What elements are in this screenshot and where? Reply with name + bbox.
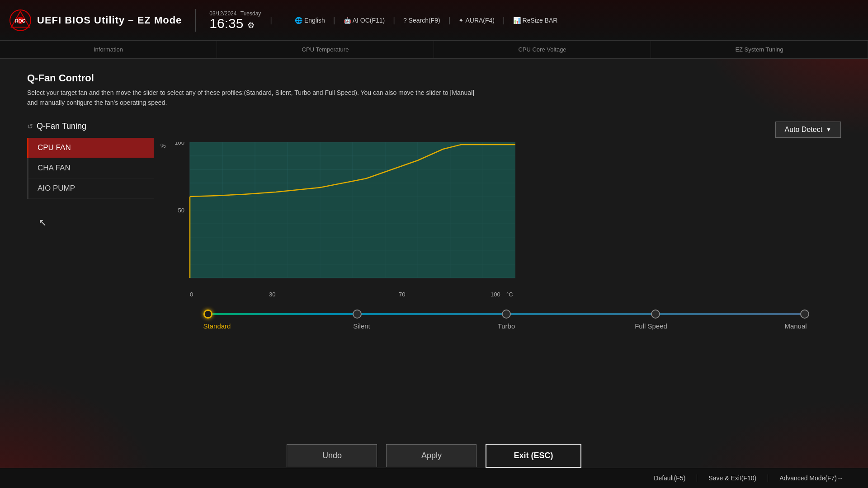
fan-item-cpu[interactable]: CPU FAN (27, 138, 154, 158)
tab-cpu-voltage[interactable]: CPU Core Voltage (434, 41, 651, 58)
app-title: UEFI BIOS Utility – EZ Mode (37, 14, 182, 26)
nav-search[interactable]: ? Search(F9) (399, 15, 445, 26)
nav-resizebar[interactable]: 📊 ReSize BAR (509, 15, 562, 26)
footer-save-exit[interactable]: Save & Exit(F10) (697, 474, 768, 482)
qfan-container: ↺ Q-Fan Tuning CPU FAN CHA FAN AIO PUMP … (27, 122, 841, 330)
header-divider (195, 9, 196, 32)
profile-dot-turbo[interactable] (502, 310, 511, 319)
tab-bar: Information CPU Temperature CPU Core Vol… (0, 41, 868, 59)
main-content: Q-Fan Control Select your target fan and… (0, 59, 868, 447)
settings-icon[interactable]: ⚙ (247, 21, 255, 30)
nav-sep-1: | (270, 15, 272, 25)
chart-x-100: 100 (491, 291, 500, 298)
chart-unit: °C (506, 291, 513, 298)
tab-cpu-temp[interactable]: CPU Temperature (217, 41, 434, 58)
header: ROG UEFI BIOS Utility – EZ Mode 03/12/20… (0, 0, 868, 41)
tab-ez-tuning[interactable]: EZ System Tuning (651, 41, 868, 58)
footer-advanced[interactable]: Advanced Mode(F7)→ (768, 474, 854, 482)
header-time: 16:35 ⚙ (209, 17, 254, 30)
nav-aura[interactable]: ✦ AURA(F4) (454, 15, 499, 26)
profile-label-turbo: Turbo (488, 322, 524, 330)
footer-default[interactable]: Default(F5) (642, 474, 697, 482)
chart-x-30: 30 (269, 291, 275, 298)
rog-logo-icon: ROG (9, 9, 32, 32)
svg-text:50: 50 (178, 207, 184, 214)
apply-button[interactable]: Apply (386, 444, 476, 467)
fan-item-cha[interactable]: CHA FAN (28, 158, 154, 178)
profile-label-fullspeed: Full Speed (633, 322, 669, 330)
undo-button[interactable]: Undo (287, 444, 377, 467)
fan-curve-chart: 100 50 (172, 142, 515, 287)
profile-dot-manual[interactable] (800, 310, 809, 319)
chart-x-70: 70 (399, 291, 405, 298)
profile-slider: Standard Silent Turbo Full Speed Manual (172, 310, 841, 330)
section-desc: Select your target fan and then move the… (27, 88, 479, 108)
chart-x-0: 0 (190, 291, 193, 298)
svg-text:100: 100 (175, 142, 184, 146)
datetime-area: 03/12/2024 Tuesday 16:35 ⚙ (209, 10, 261, 30)
left-panel: ↺ Q-Fan Tuning CPU FAN CHA FAN AIO PUMP (27, 122, 154, 199)
auto-detect-arrow-icon: ▼ (826, 127, 831, 133)
logo-area: ROG UEFI BIOS Utility – EZ Mode (9, 9, 182, 32)
auto-detect-button[interactable]: Auto Detect ▼ (775, 122, 841, 138)
nav-aioc[interactable]: 🤖 AI OC(F11) (339, 15, 390, 26)
profile-dot-standard[interactable] (203, 310, 212, 319)
chart-header: Auto Detect ▼ (172, 122, 841, 138)
auto-detect-label: Auto Detect (785, 126, 823, 134)
profile-label-manual: Manual (778, 322, 814, 330)
nav-english[interactable]: 🌐 English (290, 15, 330, 26)
qfan-tuning-icon: ↺ (27, 122, 33, 131)
profile-label-standard: Standard (199, 322, 235, 330)
header-nav: 🌐 English | 🤖 AI OC(F11) | ? Search(F9) … (290, 15, 562, 26)
exit-button[interactable]: Exit (ESC) (486, 444, 581, 468)
section-title: Q-Fan Control (27, 72, 841, 84)
qfan-tuning-header: ↺ Q-Fan Tuning (27, 122, 154, 131)
chart-y-label: % (160, 142, 166, 149)
svg-text:ROG: ROG (15, 19, 26, 23)
qfan-tuning-title: Q-Fan Tuning (37, 122, 86, 131)
profile-dot-silent[interactable] (353, 310, 362, 319)
profile-label-silent: Silent (344, 322, 380, 330)
bottom-bar: Undo Apply Exit (ESC) (0, 444, 868, 468)
right-panel: Auto Detect ▼ % (172, 122, 841, 330)
fan-item-aio[interactable]: AIO PUMP (28, 178, 154, 199)
footer: Default(F5) Save & Exit(F10) Advanced Mo… (0, 468, 868, 488)
profile-dot-fullspeed[interactable] (651, 310, 660, 319)
tab-information[interactable]: Information (0, 41, 217, 58)
fan-list: CPU FAN CHA FAN AIO PUMP (27, 138, 154, 199)
chart-wrapper: % (172, 142, 515, 287)
